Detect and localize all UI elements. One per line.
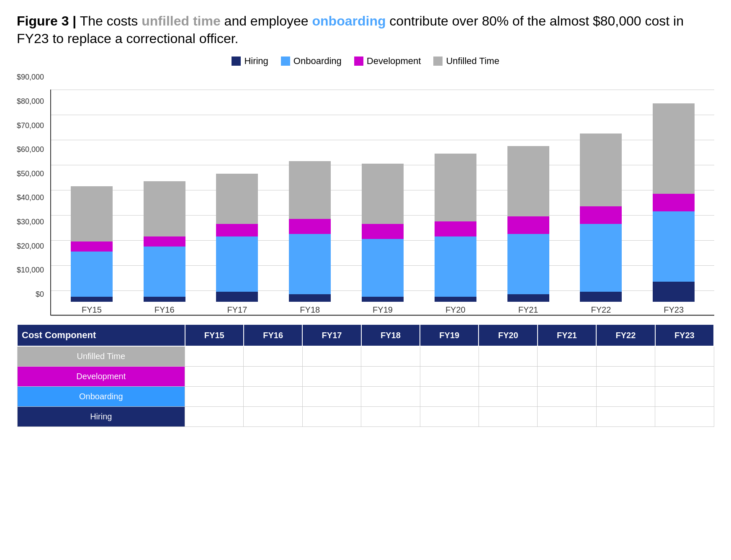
y-label-40k: $40,000 [17, 193, 44, 202]
bar-segment-FY22-unfilled [580, 134, 622, 206]
y-label-50k: $50,000 [17, 170, 44, 178]
bar-segment-FY23-onboarding [653, 211, 695, 282]
bar-segment-FY16-unfilled [144, 181, 185, 236]
y-label-30k: $30,000 [17, 218, 44, 226]
th-cost-component: Cost Component [17, 324, 185, 346]
bar-stack-FY17 [216, 174, 258, 302]
bar-segment-FY15-onboarding [71, 252, 113, 297]
td-value-row1-col6 [538, 367, 596, 387]
bar-segment-FY23-unfilled [653, 103, 695, 194]
td-value-row2-col7 [596, 387, 655, 407]
bar-stack-FY23 [653, 103, 695, 302]
th-fy19: FY19 [420, 324, 479, 346]
legend-box-onboarding [281, 57, 290, 66]
bar-segment-FY19-unfilled [362, 164, 404, 224]
table-row-unfilled-time: Unfilled Time [17, 346, 714, 367]
legend-item-hiring: Hiring [232, 56, 268, 67]
td-value-row2-col0 [185, 387, 244, 407]
bar-group-FY18: FY18 [273, 90, 346, 315]
bar-segment-FY20-unfilled [435, 154, 476, 221]
figure-number: Figure 3 | [17, 13, 76, 28]
bar-label-FY15: FY15 [82, 305, 102, 315]
y-label-20k: $20,000 [17, 242, 44, 251]
td-value-row1-col7 [596, 367, 655, 387]
td-value-row2-col5 [479, 387, 537, 407]
td-value-row1-col5 [479, 367, 537, 387]
legend-item-unfilled: Unfilled Time [433, 56, 499, 67]
table-row-onboarding: Onboarding [17, 387, 714, 407]
td-label-development: Development [17, 367, 185, 387]
y-axis: $90,000 $80,000 $70,000 $60,000 $50,000 … [17, 73, 47, 299]
td-value-row0-col7 [596, 346, 655, 367]
figure-title: Figure 3 | The costs unfilled time and e… [17, 13, 714, 47]
td-value-row3-col4 [420, 407, 479, 427]
bar-segment-FY21-development [507, 216, 549, 234]
y-label-90k: $90,000 [17, 73, 44, 82]
bar-segment-FY23-development [653, 194, 695, 211]
bar-segment-FY16-hiring [144, 297, 185, 302]
y-label-70k: $70,000 [17, 121, 44, 130]
td-value-row0-col5 [479, 346, 537, 367]
th-fy17: FY17 [302, 324, 361, 346]
bar-group-FY17: FY17 [201, 90, 274, 315]
legend-label-onboarding: Onboarding [293, 56, 342, 67]
th-fy16: FY16 [244, 324, 302, 346]
bar-segment-FY16-onboarding [144, 247, 185, 297]
td-value-row2-col4 [420, 387, 479, 407]
bar-segment-FY18-hiring [289, 294, 331, 302]
bar-stack-FY16 [144, 181, 185, 302]
bar-segment-FY21-unfilled [507, 146, 549, 216]
data-table: Cost Component FY15 FY16 FY17 FY18 FY19 … [17, 324, 714, 427]
legend-box-hiring [232, 57, 241, 66]
td-label-unfilled-time: Unfilled Time [17, 346, 185, 367]
th-fy18: FY18 [361, 324, 420, 346]
bar-segment-FY17-development [216, 224, 258, 236]
bar-group-FY22: FY22 [564, 90, 637, 315]
bar-segment-FY18-onboarding [289, 234, 331, 294]
bar-segment-FY17-unfilled [216, 174, 258, 224]
bar-segment-FY15-hiring [71, 297, 113, 302]
bar-segment-FY15-development [71, 241, 113, 252]
bar-segment-FY22-development [580, 206, 622, 224]
bar-segment-FY23-hiring [653, 282, 695, 302]
chart-legend: Hiring Onboarding Development Unfilled T… [17, 56, 714, 67]
td-value-row1-col4 [420, 367, 479, 387]
td-value-row0-col1 [244, 346, 302, 367]
bar-label-FY17: FY17 [227, 305, 247, 315]
chart-bars-wrapper: FY15FY16FY17FY18FY19FY20FY21FY22FY23 [50, 90, 714, 316]
td-value-row2-col6 [538, 387, 596, 407]
td-value-row0-col8 [655, 346, 714, 367]
legend-label-hiring: Hiring [244, 56, 268, 67]
legend-item-onboarding: Onboarding [281, 56, 342, 67]
bar-segment-FY19-development [362, 224, 404, 239]
legend-box-unfilled [433, 57, 443, 66]
bar-segment-FY17-onboarding [216, 236, 258, 292]
td-value-row1-col0 [185, 367, 244, 387]
bar-group-FY23: FY23 [637, 90, 710, 315]
td-value-row1-col1 [244, 367, 302, 387]
y-label-60k: $60,000 [17, 145, 44, 154]
bar-segment-FY19-onboarding [362, 239, 404, 297]
bar-stack-FY20 [435, 154, 476, 302]
grid-line-0 [51, 316, 714, 316]
bar-stack-FY22 [580, 134, 622, 302]
td-label-hiring: Hiring [17, 407, 185, 427]
bar-label-FY22: FY22 [591, 305, 611, 315]
td-value-row1-col2 [302, 367, 361, 387]
td-value-row1-col3 [361, 367, 420, 387]
td-value-row3-col1 [244, 407, 302, 427]
td-value-row1-col8 [655, 367, 714, 387]
legend-label-development: Development [367, 56, 421, 67]
bar-label-FY19: FY19 [373, 305, 393, 315]
bar-segment-FY20-onboarding [435, 236, 476, 297]
legend-label-unfilled: Unfilled Time [446, 56, 499, 67]
bar-segment-FY18-unfilled [289, 161, 331, 219]
bar-stack-FY21 [507, 146, 549, 302]
onboarding-title: onboarding [312, 13, 386, 28]
td-label-onboarding: Onboarding [17, 387, 185, 407]
bar-group-FY21: FY21 [492, 90, 565, 315]
legend-box-development [354, 57, 363, 66]
bar-segment-FY22-hiring [580, 292, 622, 302]
td-value-row3-col6 [538, 407, 596, 427]
td-value-row3-col7 [596, 407, 655, 427]
